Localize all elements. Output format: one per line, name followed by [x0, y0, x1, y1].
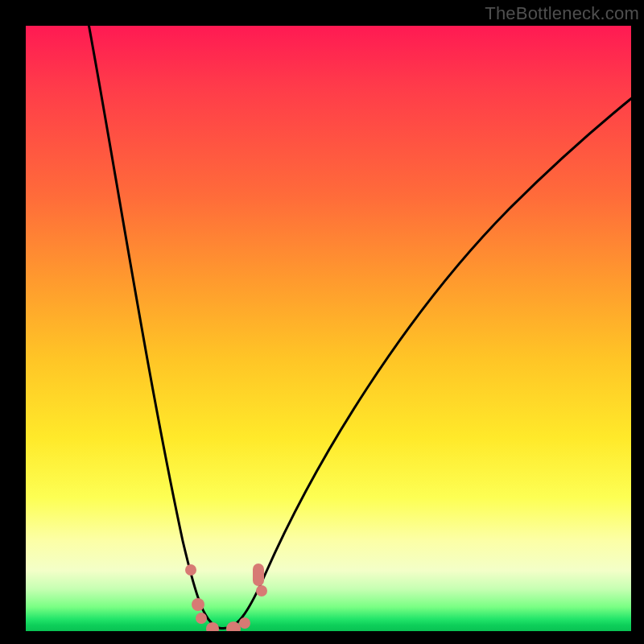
curve-marker [256, 585, 267, 597]
curve-marker [239, 617, 250, 629]
bottleneck-curve [88, 26, 631, 629]
curve-marker [192, 598, 204, 611]
watermark-text: TheBottleneck.com [485, 3, 639, 24]
curve-marker [196, 613, 207, 624]
chart-svg [26, 26, 631, 631]
curve-marker [206, 622, 219, 631]
plot-area [26, 26, 631, 631]
curve-marker [185, 564, 196, 576]
chart-frame: TheBottleneck.com [0, 0, 644, 644]
curve-marker [253, 564, 264, 586]
